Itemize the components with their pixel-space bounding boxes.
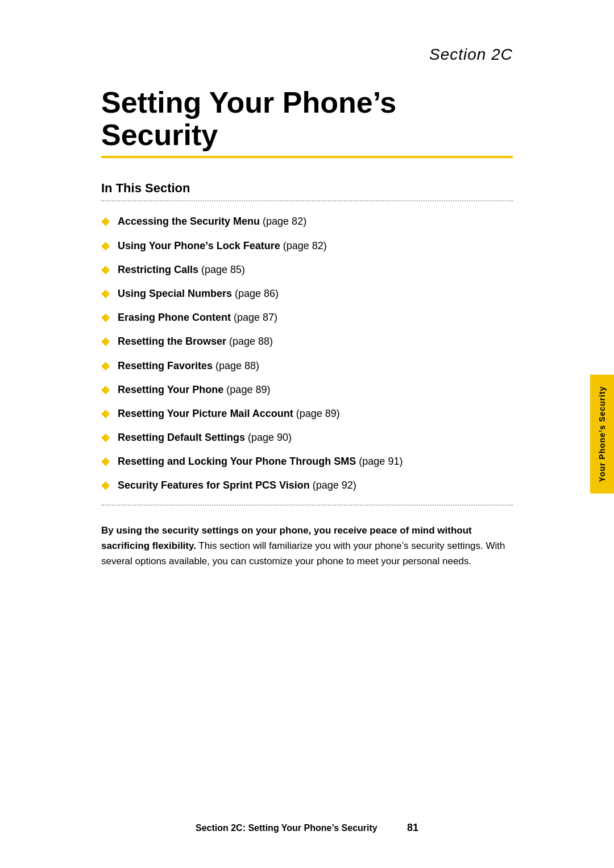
toc-item-text: Restricting Calls (page 85) bbox=[118, 263, 245, 277]
page-number: 81 bbox=[407, 822, 418, 833]
chapter-title-text: Setting Your Phone’s Security bbox=[101, 86, 396, 151]
toc-item-text: Resetting and Locking Your Phone Through… bbox=[118, 454, 403, 469]
diamond-icon: ◆ bbox=[101, 261, 110, 277]
chapter-title: Setting Your Phone’s Security bbox=[101, 86, 513, 151]
toc-item-text: Erasing Phone Content (page 87) bbox=[118, 311, 277, 325]
title-underline bbox=[101, 156, 513, 158]
toc-item-text: Resetting Default Settings (page 90) bbox=[118, 431, 292, 445]
page-footer: Section 2C: Setting Your Phone’s Securit… bbox=[0, 822, 614, 834]
diamond-icon: ◆ bbox=[101, 213, 110, 229]
list-item: ◆Resetting and Locking Your Phone Throug… bbox=[101, 453, 513, 469]
toc-item-text: Security Features for Sprint PCS Vision … bbox=[118, 478, 356, 493]
diamond-icon: ◆ bbox=[101, 309, 110, 325]
toc-item-text: Resetting Your Picture Mail Account (pag… bbox=[118, 407, 340, 421]
toc-item-text: Resetting the Browser (page 88) bbox=[118, 334, 273, 349]
list-item: ◆Erasing Phone Content (page 87) bbox=[101, 309, 513, 325]
list-item: ◆Resetting Default Settings (page 90) bbox=[101, 429, 513, 445]
diamond-icon: ◆ bbox=[101, 237, 110, 253]
list-item: ◆Using Special Numbers (page 86) bbox=[101, 285, 513, 301]
diamond-icon: ◆ bbox=[101, 453, 110, 469]
dotted-divider-top bbox=[101, 200, 513, 201]
toc-list: ◆Accessing the Security Menu (page 82)◆U… bbox=[101, 213, 513, 493]
section-label: Section 2C bbox=[101, 46, 513, 64]
toc-item-text: Resetting Your Phone (page 89) bbox=[118, 383, 270, 397]
list-item: ◆Resetting the Browser (page 88) bbox=[101, 333, 513, 349]
toc-item-text: Resetting Favorites (page 88) bbox=[118, 359, 259, 373]
list-item: ◆Resetting Your Picture Mail Account (pa… bbox=[101, 405, 513, 421]
footer-label: Section 2C: Setting Your Phone’s Securit… bbox=[196, 822, 418, 834]
list-item: ◆Security Features for Sprint PCS Vision… bbox=[101, 477, 513, 493]
diamond-icon: ◆ bbox=[101, 333, 110, 349]
diamond-icon: ◆ bbox=[101, 381, 110, 397]
list-item: ◆Restricting Calls (page 85) bbox=[101, 261, 513, 277]
toc-item-text: Accessing the Security Menu (page 82) bbox=[118, 214, 306, 229]
section-label-text: Section 2C bbox=[429, 46, 513, 63]
list-item: ◆Accessing the Security Menu (page 82) bbox=[101, 213, 513, 229]
page-container: Section 2C Setting Your Phone’s Security… bbox=[0, 0, 614, 868]
list-item: ◆Resetting Favorites (page 88) bbox=[101, 357, 513, 373]
intro-paragraph: By using the security settings on your p… bbox=[101, 523, 513, 569]
diamond-icon: ◆ bbox=[101, 357, 110, 373]
in-this-section-heading: In This Section bbox=[101, 181, 513, 196]
dotted-divider-bottom bbox=[101, 505, 513, 506]
list-item: ◆Resetting Your Phone (page 89) bbox=[101, 381, 513, 397]
toc-item-text: Using Special Numbers (page 86) bbox=[118, 287, 279, 301]
diamond-icon: ◆ bbox=[101, 429, 110, 445]
side-tab-text: Your Phone’s Security bbox=[598, 386, 607, 482]
side-tab: Your Phone’s Security bbox=[590, 375, 614, 494]
list-item: ◆Using Your Phone’s Lock Feature (page 8… bbox=[101, 237, 513, 253]
diamond-icon: ◆ bbox=[101, 285, 110, 301]
diamond-icon: ◆ bbox=[101, 477, 110, 493]
diamond-icon: ◆ bbox=[101, 405, 110, 421]
toc-item-text: Using Your Phone’s Lock Feature (page 82… bbox=[118, 239, 327, 253]
